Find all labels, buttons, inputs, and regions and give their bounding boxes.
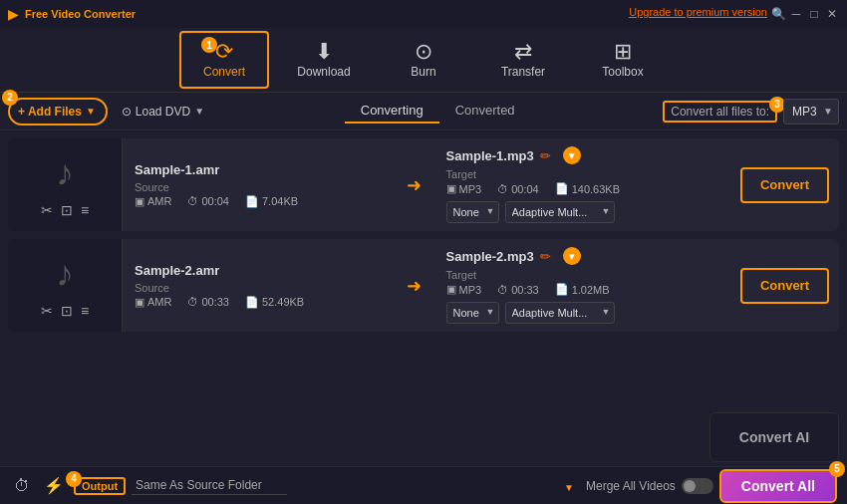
nav-transfer-label: Transfer bbox=[501, 65, 545, 79]
toolbox-nav-icon: ⊞ bbox=[614, 41, 632, 63]
table-row: ♪ ✂ ⊡ ≡ Sample-2.amr Source ▣ AMR ⏱ 00:3… bbox=[8, 239, 839, 332]
arrow-right-icon-2: ➜ bbox=[407, 275, 422, 297]
add-files-caret-icon: ▼ bbox=[86, 106, 96, 117]
target-label-2: Target bbox=[446, 269, 718, 281]
effect2-wrapper-2: Adaptive Mult... ▼ bbox=[505, 302, 615, 324]
music-icon-2: ♪ bbox=[56, 253, 74, 295]
nav-item-convert[interactable]: 1 ⟳ Convert bbox=[179, 31, 269, 89]
titlebar-left: ▶ Free Video Converter bbox=[8, 6, 136, 22]
file-icon-2: 📄 bbox=[245, 296, 259, 309]
target-format-item-1: ▣ MP3 bbox=[446, 182, 482, 195]
target-format-1: MP3 bbox=[459, 183, 482, 195]
effect2-select-1[interactable]: Adaptive Mult... bbox=[505, 201, 615, 223]
watermark-title: Convert AI bbox=[739, 429, 809, 445]
file-info-2: Sample-2.amr Source ▣ AMR ⏱ 00:33 📄 52.4… bbox=[123, 239, 395, 332]
target-dropdowns-2: None ▼ Adaptive Mult... ▼ bbox=[446, 302, 718, 324]
convert-all-files-label: Convert all files to: bbox=[663, 101, 777, 123]
convert-all-btn-wrapper: 5 Convert All bbox=[719, 469, 837, 503]
target-meta-2: ▣ MP3 ⏱ 00:33 📄 1.02MB bbox=[446, 283, 718, 296]
navbar: 1 ⟳ Convert ⬇ Download ⊙ Burn ⇄ Transfer… bbox=[0, 28, 847, 93]
effects-icon[interactable]: ≡ bbox=[81, 202, 89, 218]
load-dvd-label: Load DVD bbox=[136, 105, 190, 119]
search-icon[interactable]: 🔍 bbox=[771, 7, 785, 21]
target-format-icon-2: ▣ bbox=[446, 283, 456, 296]
maximize-icon[interactable]: □ bbox=[807, 7, 821, 21]
history-button[interactable]: ⏱ bbox=[10, 475, 34, 497]
format-icon-1: ▣ bbox=[135, 195, 144, 208]
source-format-2: AMR bbox=[147, 296, 171, 308]
target-file-icon-1: 📄 bbox=[555, 182, 569, 195]
file-size-1: 📄 7.04KB bbox=[245, 195, 298, 208]
file-duration-1: ⏱ 00:04 bbox=[187, 195, 229, 208]
upgrade-link[interactable]: Upgrade to premium version bbox=[629, 6, 767, 18]
nav-item-transfer[interactable]: ⇄ Transfer bbox=[478, 31, 568, 89]
nav-toolbox-label: Toolbox bbox=[602, 65, 643, 79]
window-controls: 🔍 ─ □ ✕ bbox=[771, 7, 839, 21]
close-icon[interactable]: ✕ bbox=[825, 7, 839, 21]
target-format-item-2: ▣ MP3 bbox=[446, 283, 482, 296]
download-nav-icon: ⬇ bbox=[315, 41, 333, 63]
source-format-1: AMR bbox=[147, 195, 171, 207]
target-format-2: MP3 bbox=[459, 284, 482, 296]
effect1-select-1[interactable]: None bbox=[446, 201, 499, 223]
edit-icon-2[interactable]: ✏ bbox=[540, 249, 551, 264]
badge-5: 5 bbox=[829, 461, 845, 477]
file-icon-1: 📄 bbox=[245, 195, 259, 208]
cut-icon[interactable]: ✂ bbox=[41, 202, 53, 218]
output-path-select[interactable]: Same As Source Folder bbox=[132, 476, 287, 495]
output-caret-icon: ▼ bbox=[564, 482, 574, 493]
add-files-button[interactable]: + Add Files ▼ bbox=[8, 98, 108, 126]
effect1-select-2[interactable]: None bbox=[446, 302, 499, 324]
load-dvd-caret-icon: ▼ bbox=[194, 106, 204, 117]
file-tools-1: ✂ ⊡ ≡ bbox=[41, 202, 89, 218]
convert-button-1[interactable]: Convert bbox=[740, 167, 829, 203]
target-col-1: Sample-1.mp3 ✏ ▼ Target ▣ MP3 ⏱ 00:04 � bbox=[434, 138, 730, 231]
nav-convert-label: Convert bbox=[203, 65, 245, 79]
nav-item-toolbox[interactable]: ⊞ Toolbox bbox=[578, 31, 668, 89]
target-col-2: Sample-2.mp3 ✏ ▼ Target ▣ MP3 ⏱ 00:33 � bbox=[434, 239, 730, 332]
load-dvd-button[interactable]: ⊙ Load DVD ▼ bbox=[114, 102, 212, 122]
effect2-select-2[interactable]: Adaptive Mult... bbox=[505, 302, 615, 324]
crop-icon-2[interactable]: ⊡ bbox=[61, 303, 73, 319]
format-select[interactable]: MP3 MP4 AAC WAV bbox=[783, 99, 839, 125]
source-duration-1: 00:04 bbox=[201, 195, 229, 207]
convert-button-2[interactable]: Convert bbox=[740, 268, 829, 304]
minimize-icon[interactable]: ─ bbox=[789, 7, 803, 21]
target-duration-1: 00:04 bbox=[511, 183, 539, 195]
target-filename-2: Sample-2.mp3 bbox=[446, 249, 534, 264]
music-icon-1: ♪ bbox=[56, 152, 74, 194]
nav-item-download[interactable]: ⬇ Download bbox=[279, 31, 369, 89]
file-meta-1: ▣ AMR ⏱ 00:04 📄 7.04KB bbox=[135, 195, 383, 208]
badge-4: 4 bbox=[66, 471, 82, 487]
file-meta-2: ▣ AMR ⏱ 00:33 📄 52.49KB bbox=[135, 296, 383, 309]
crop-icon[interactable]: ⊡ bbox=[61, 202, 73, 218]
target-expand-btn-2[interactable]: ▼ bbox=[563, 247, 581, 265]
nav-item-burn[interactable]: ⊙ Burn bbox=[379, 31, 468, 89]
effects-icon-2[interactable]: ≡ bbox=[81, 303, 89, 319]
add-files-wrapper: 2 + Add Files ▼ bbox=[8, 98, 108, 126]
file-duration-2: ⏱ 00:33 bbox=[187, 296, 229, 309]
convert-all-button[interactable]: Convert All bbox=[719, 469, 837, 503]
tab-converted[interactable]: Converted bbox=[439, 99, 531, 124]
merge-toggle[interactable] bbox=[682, 478, 713, 494]
source-label-1: Source bbox=[135, 181, 383, 193]
target-dropdowns-1: None ▼ Adaptive Mult... ▼ bbox=[446, 201, 718, 223]
clock-icon-2: ⏱ bbox=[187, 296, 198, 308]
file-thumbnail-2: ♪ ✂ ⊡ ≡ bbox=[8, 239, 123, 332]
titlebar: ▶ Free Video Converter Upgrade to premiu… bbox=[0, 0, 847, 28]
lightning-button[interactable]: ⚡ bbox=[40, 474, 68, 497]
footer: ⏱ ⚡ 4 Output Same As Source Folder ▼ Mer… bbox=[0, 466, 847, 504]
nav-burn-label: Burn bbox=[411, 65, 435, 79]
tab-converting[interactable]: Converting bbox=[345, 99, 439, 124]
target-filename-1: Sample-1.mp3 bbox=[446, 148, 534, 163]
add-files-label: + Add Files bbox=[18, 105, 82, 119]
target-expand-btn-1[interactable]: ▼ bbox=[563, 146, 581, 164]
arrow-right-icon-1: ➜ bbox=[407, 174, 422, 196]
target-size-item-1: 📄 140.63KB bbox=[555, 182, 620, 195]
nav-download-label: Download bbox=[297, 65, 350, 79]
burn-nav-icon: ⊙ bbox=[415, 41, 432, 63]
edit-icon-1[interactable]: ✏ bbox=[540, 148, 551, 163]
cut-icon-2[interactable]: ✂ bbox=[41, 303, 53, 319]
nav-badge-1: 1 bbox=[201, 37, 217, 53]
target-duration-2: 00:33 bbox=[511, 284, 539, 296]
